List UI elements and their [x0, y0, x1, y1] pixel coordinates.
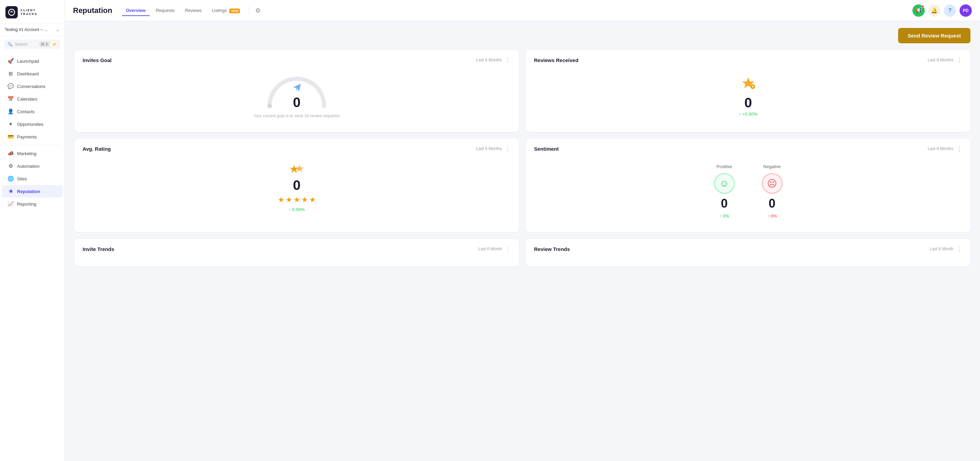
lightning-icon: ⚡ — [52, 42, 57, 47]
star-badge-icon: ★ — [740, 75, 757, 93]
launchpad-icon: 🚀 — [8, 58, 14, 64]
invites-goal-value: 0 — [293, 95, 300, 109]
logo: CLIENT TRACKS — [0, 0, 65, 24]
page-title: Reputation — [73, 6, 112, 15]
star-4: ★ — [301, 195, 308, 204]
search-kbd: ⌘ K — [39, 41, 50, 47]
tab-reviews[interactable]: Reviews — [181, 5, 206, 16]
account-selector[interactable]: Testing #1 Account -- ... ⌄ — [0, 24, 65, 36]
sidebar-item-payments[interactable]: 💳 Payments — [2, 131, 62, 143]
reviews-received-card: Reviews Received Last 6 Months ⋮ ★ — [526, 50, 970, 132]
sidebar-item-contacts[interactable]: 👤 Contacts — [2, 105, 62, 118]
reviews-received-trend: ↑ +0.00% — [739, 111, 757, 117]
top-cards-grid: Invites Goal Last 6 Months ⋮ — [75, 50, 970, 132]
invites-goal-title: Invites Goal — [83, 57, 111, 63]
settings-gear-button[interactable]: ⚙ — [254, 5, 262, 16]
main-content: Send Review Request Invites Goal Last 6 … — [65, 21, 980, 461]
sidebar-item-reputation[interactable]: ★ Reputation — [2, 185, 62, 197]
sentiment-card: Sentiment Last 6 Months ⋮ Positive ☺ 0 ↑… — [526, 139, 970, 232]
star-2: ★ — [286, 195, 293, 204]
svg-text:★: ★ — [751, 85, 754, 88]
avg-rating-menu[interactable]: ⋮ — [505, 146, 511, 152]
invites-goal-menu[interactable]: ⋮ — [505, 57, 511, 63]
search-bar[interactable]: 🔍 Search ⌘ K ⚡ — [4, 40, 60, 49]
svg-marker-6 — [290, 165, 298, 173]
invites-goal-card: Invites Goal Last 6 Months ⋮ — [75, 50, 519, 132]
svg-line-2 — [296, 88, 297, 91]
automation-icon: ⚙ — [8, 163, 14, 169]
sidebar: CLIENT TRACKS Testing #1 Account -- ... … — [0, 0, 65, 461]
invite-trends-meta: Last 6 Month ⋮ — [479, 246, 511, 252]
bell-icon: 🔔 — [931, 7, 938, 14]
question-icon: ? — [948, 8, 952, 14]
sidebar-item-launchpad[interactable]: 🚀 Launchpad — [2, 55, 62, 67]
search-placeholder: Search — [15, 42, 28, 47]
megaphone-icon: 📢 — [915, 7, 922, 14]
negative-sentiment: Negative ☹ 0 ↑ 0% — [762, 164, 783, 219]
sidebar-item-automation[interactable]: ⚙ Automation — [2, 160, 62, 172]
bottom-cards-grid: Invite Trends Last 6 Month ⋮ Review Tren… — [75, 239, 970, 266]
sidebar-label-payments: Payments — [17, 134, 37, 139]
negative-pct: ↑ 0% — [767, 214, 777, 219]
header-left: Reputation Overview Requests Reviews Lis… — [73, 5, 262, 16]
opportunities-icon: ✦ — [8, 121, 14, 127]
tab-listings[interactable]: Listings new — [208, 5, 244, 16]
sidebar-label-conversations: Conversations — [17, 84, 45, 89]
sidebar-item-sites[interactable]: 🌐 Sites — [2, 173, 62, 185]
help-button[interactable]: ? — [944, 5, 956, 17]
reviews-received-menu[interactable]: ⋮ — [956, 57, 962, 63]
sidebar-item-marketing[interactable]: 📣 Marketing — [2, 147, 62, 160]
account-name: Testing #1 Account -- ... — [5, 27, 48, 32]
avg-rating-title: Avg. Rating — [83, 146, 111, 152]
sidebar-label-automation: Automation — [17, 164, 40, 169]
sites-icon: 🌐 — [8, 176, 14, 182]
logo-text: CLIENT TRACKS — [21, 8, 38, 16]
user-avatar-button[interactable]: PD — [959, 5, 972, 17]
reviews-received-meta: Last 6 Months ⋮ — [928, 57, 962, 63]
invites-goal-header: Invites Goal Last 6 Months ⋮ — [83, 57, 511, 63]
avg-rating-header: Avg. Rating Last 6 Months ⋮ — [83, 146, 511, 152]
notifications-button[interactable]: 🔔 — [928, 5, 940, 17]
page-header: Reputation Overview Requests Reviews Lis… — [65, 0, 980, 21]
review-trends-meta: Last 6 Month ⋮ — [930, 246, 962, 252]
chevron-icon: ⌄ — [56, 27, 60, 32]
sidebar-item-conversations[interactable]: 💬 Conversations — [2, 80, 62, 92]
review-trends-header: Review Trends Last 6 Month ⋮ — [534, 246, 962, 252]
avg-rating-value: 0 — [293, 178, 300, 192]
conversations-icon: 💬 — [8, 83, 14, 89]
send-review-request-button[interactable]: Send Review Request — [898, 28, 970, 43]
gauge: 0 — [263, 72, 331, 109]
negative-value: 0 — [768, 196, 775, 211]
sentiment-meta: Last 6 Months ⋮ — [928, 146, 962, 152]
megaphone-button[interactable]: 📢 — [912, 5, 925, 17]
star-3: ★ — [293, 195, 300, 204]
sidebar-item-dashboard[interactable]: ⊞ Dashboard — [2, 68, 62, 80]
invite-trends-card: Invite Trends Last 6 Month ⋮ — [75, 239, 519, 266]
reviews-received-period: Last 6 Months — [928, 58, 953, 62]
main-area: Reputation Overview Requests Reviews Lis… — [65, 0, 980, 461]
sidebar-label-dashboard: Dashboard — [17, 71, 39, 76]
logo-icon — [5, 6, 18, 18]
sidebar-label-opportunities: Opportunities — [17, 122, 43, 127]
review-trends-menu[interactable]: ⋮ — [956, 246, 962, 252]
avg-rating-card: Avg. Rating Last 6 Months ⋮ 0 — [75, 139, 519, 232]
avg-rating-trend: ↑ 0.00% — [289, 207, 305, 212]
sentiment-period: Last 6 Months — [928, 146, 953, 151]
listings-badge: new — [229, 8, 240, 13]
invites-goal-subtitle: Your current goal is to send 20 review r… — [253, 114, 340, 118]
sidebar-item-calendars[interactable]: 📅 Calendars — [2, 93, 62, 105]
sidebar-item-reporting[interactable]: 📈 Reporting — [2, 198, 62, 210]
calendars-icon: 📅 — [8, 96, 14, 102]
invites-goal-body: 0 Your current goal is to send 20 review… — [83, 68, 511, 125]
reviews-received-value: 0 — [744, 96, 752, 109]
reputation-icon: ★ — [8, 188, 14, 194]
positive-pct: ↑ 0% — [719, 214, 729, 219]
invite-trends-title: Invite Trends — [83, 246, 114, 252]
invite-trends-menu[interactable]: ⋮ — [505, 246, 511, 252]
tab-overview[interactable]: Overview — [122, 5, 150, 16]
sentiment-menu[interactable]: ⋮ — [956, 146, 962, 152]
sidebar-item-opportunities[interactable]: ✦ Opportunities — [2, 118, 62, 130]
star-row: ★ ★ ★ ★ ★ — [278, 195, 316, 204]
reviews-received-body: ★ 0 ↑ +0.00% — [534, 68, 962, 124]
tab-requests[interactable]: Requests — [152, 5, 179, 16]
